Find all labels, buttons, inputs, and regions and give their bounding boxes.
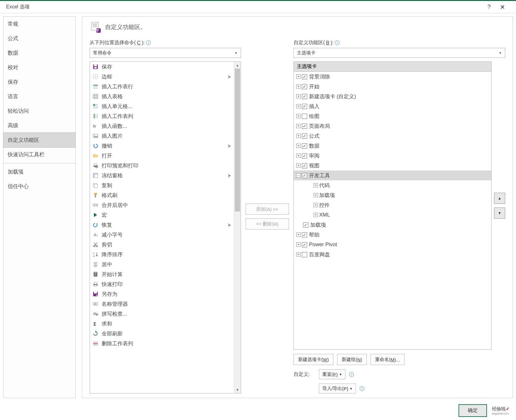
tree-item[interactable]: +✓视图 xyxy=(294,161,491,170)
reset-dropdown[interactable]: 重置(E) ▼ xyxy=(319,369,345,379)
expander-icon[interactable]: − xyxy=(296,173,301,178)
sidebar-item[interactable]: 保存 xyxy=(3,75,75,89)
command-item[interactable]: 复制 xyxy=(90,180,234,190)
command-item[interactable]: 打印预览和打印 xyxy=(90,161,234,170)
command-item[interactable]: 边框|▸ xyxy=(90,72,234,82)
command-item[interactable]: 格式刷 xyxy=(90,190,234,200)
command-item[interactable]: 保存 xyxy=(90,62,234,72)
command-item[interactable]: 全部刷新 xyxy=(90,329,234,338)
tree-item[interactable]: +✓帮助 xyxy=(294,230,491,240)
close-icon[interactable]: ✕ xyxy=(495,3,510,11)
command-item[interactable]: 插入工作表列 xyxy=(90,111,234,121)
checkbox[interactable]: ✓ xyxy=(303,222,308,228)
add-button[interactable]: 添加(A) >> xyxy=(246,204,289,215)
new-tab-button[interactable]: 新建选项卡(W) xyxy=(294,354,333,365)
tree-item[interactable]: +✓背景消除 xyxy=(294,72,491,82)
checkbox[interactable]: ✓ xyxy=(302,173,307,178)
command-item[interactable]: 恢复|▸ xyxy=(90,220,234,230)
sidebar-item[interactable]: 语言 xyxy=(3,89,75,104)
scroll-down-icon[interactable]: ▼ xyxy=(234,386,241,393)
command-item[interactable]: 插入表格 xyxy=(90,91,234,101)
rename-button[interactable]: 重命名(M)... xyxy=(370,354,404,365)
tree-item[interactable]: +✓Power Pivot xyxy=(294,240,491,250)
checkbox[interactable]: ✓ xyxy=(302,163,307,168)
expander-icon[interactable]: + xyxy=(296,242,301,247)
commands-from-dropdown[interactable]: 常用命令 ▼ xyxy=(90,48,241,58)
expander-icon[interactable]: + xyxy=(296,94,301,99)
commands-listbox[interactable]: 保存边框|▸插入工作表行插入表格插入单元格...插入工作表列fx插入函数...插… xyxy=(90,61,241,393)
info-icon[interactable]: i xyxy=(360,386,364,391)
expander-icon[interactable]: + xyxy=(296,114,301,118)
expander-icon[interactable]: + xyxy=(296,233,301,237)
expander-icon[interactable]: + xyxy=(296,124,301,128)
command-item[interactable]: 打开 xyxy=(90,151,234,161)
expander-icon[interactable]: + xyxy=(296,252,301,257)
sidebar-item[interactable]: 校对 xyxy=(3,60,75,75)
tree-item[interactable]: +✓开始 xyxy=(294,82,491,91)
command-item[interactable]: 合并后居中 xyxy=(90,200,234,210)
tree-item[interactable]: ✓加载项 xyxy=(294,220,491,230)
sidebar-item[interactable]: 快速访问工具栏 xyxy=(3,147,75,162)
checkbox[interactable]: ✓ xyxy=(302,232,307,237)
tree-item[interactable]: +加载项 xyxy=(294,190,491,200)
tree-item[interactable]: +✓新建选项卡 (自定义) xyxy=(294,91,491,101)
checkbox[interactable]: ✓ xyxy=(302,143,307,149)
command-item[interactable]: 插入单元格... xyxy=(90,101,234,111)
command-item[interactable]: 宏 xyxy=(90,210,234,220)
expander-icon[interactable]: + xyxy=(296,153,301,158)
ribbon-tree[interactable]: +✓背景消除+✓开始+✓新建选项卡 (自定义)+✓插入+绘图+✓页面布局+✓公式… xyxy=(294,71,492,350)
ribbon-scope-dropdown[interactable]: 主选项卡 ▼ xyxy=(294,48,505,58)
tree-item[interactable]: +控件 xyxy=(294,200,491,210)
sidebar-item[interactable]: 轻松访问 xyxy=(3,104,75,118)
info-icon[interactable]: i xyxy=(349,372,354,377)
tree-item[interactable]: +✓页面布局 xyxy=(294,121,491,131)
import-export-dropdown[interactable]: 导入/导出(P) ▼ xyxy=(319,384,356,393)
sidebar-item[interactable]: 自定义功能区 xyxy=(3,132,76,148)
info-icon[interactable]: i xyxy=(146,40,151,45)
scrollbar[interactable]: ▲ ▼ xyxy=(234,62,241,393)
command-item[interactable]: ZA降序排序 xyxy=(90,250,234,259)
tree-item[interactable]: +绘图 xyxy=(294,111,491,121)
expander-icon[interactable]: + xyxy=(314,193,318,197)
command-item[interactable]: 插入工作表行 xyxy=(90,82,234,91)
command-item[interactable]: 剪切 xyxy=(90,240,234,250)
command-item[interactable]: A减小字号 xyxy=(90,230,234,240)
tree-item[interactable]: +代码 xyxy=(294,180,491,190)
tree-item[interactable]: +✓插入 xyxy=(294,101,491,111)
sidebar-item[interactable]: 高级 xyxy=(3,118,75,133)
command-item[interactable]: 冻结窗格|▸ xyxy=(90,170,234,180)
command-item[interactable]: 快速打印 xyxy=(90,279,234,289)
checkbox[interactable] xyxy=(302,252,307,257)
tree-item[interactable]: +百度网盘 xyxy=(294,250,491,259)
checkbox[interactable]: ✓ xyxy=(302,104,307,109)
expander-icon[interactable]: + xyxy=(296,104,301,108)
expander-icon[interactable]: + xyxy=(296,84,301,89)
checkbox[interactable]: ✓ xyxy=(302,84,307,89)
tree-item[interactable]: +✓公式 xyxy=(294,131,491,141)
command-item[interactable]: ab名称管理器 xyxy=(90,299,234,309)
tree-item[interactable]: +XML xyxy=(294,210,491,220)
move-up-button[interactable]: ▲ xyxy=(494,193,505,204)
checkbox[interactable]: ✓ xyxy=(302,153,307,158)
expander-icon[interactable]: + xyxy=(296,163,301,168)
checkbox[interactable]: ✓ xyxy=(302,242,307,247)
command-item[interactable]: Σ求和 xyxy=(90,319,234,329)
checkbox[interactable]: ✓ xyxy=(302,94,307,99)
tree-item[interactable]: +✓审阅 xyxy=(294,151,491,161)
command-item[interactable]: 撤销|▸ xyxy=(90,141,234,151)
command-item[interactable]: fx插入函数... xyxy=(90,121,234,131)
sidebar-item[interactable]: 常规 xyxy=(3,17,75,31)
new-group-button[interactable]: 新建组(N) xyxy=(337,354,367,365)
ok-button[interactable]: 确定 xyxy=(459,404,487,417)
checkbox[interactable] xyxy=(302,114,307,119)
sidebar-item[interactable]: 数据 xyxy=(3,46,75,60)
command-item[interactable]: 另存为 xyxy=(90,289,234,299)
expander-icon[interactable]: + xyxy=(314,203,318,207)
command-item[interactable]: ab拼写检查... xyxy=(90,309,234,319)
command-item[interactable]: 删除工作表列 xyxy=(90,338,234,348)
checkbox[interactable]: ✓ xyxy=(302,133,307,139)
command-item[interactable]: 开始计算 xyxy=(90,269,234,279)
checkbox[interactable]: ✓ xyxy=(302,124,307,129)
sidebar-item[interactable]: 公式 xyxy=(3,31,75,46)
checkbox[interactable]: ✓ xyxy=(302,74,307,79)
